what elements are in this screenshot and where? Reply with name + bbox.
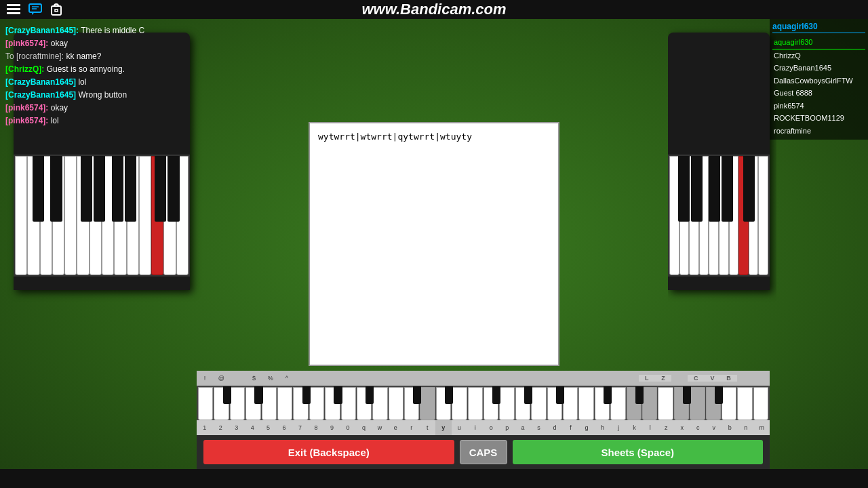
key-label: p: [499, 420, 515, 435]
key-label: V: [704, 375, 720, 382]
chat-message: lol: [51, 116, 59, 125]
piano-key[interactable]: [230, 387, 245, 420]
piano-key[interactable]: [198, 387, 213, 420]
control-bar: Exit (Backspace) CAPS Sheets (Space): [197, 435, 770, 469]
key-label: Z: [655, 375, 671, 382]
svg-rect-0: [7, 4, 20, 6]
key-label: 0: [340, 420, 355, 435]
piano-key[interactable]: [404, 387, 419, 420]
chat-message: Guest is so annyoing.: [47, 64, 125, 74]
piano-key[interactable]: [325, 387, 340, 420]
chat-username: [ChrizzQ]:: [5, 64, 44, 74]
chat-username: [CrazyBanan1645]:: [5, 26, 79, 35]
piano-key[interactable]: [452, 387, 467, 420]
svg-rect-2: [7, 12, 20, 14]
piano-key[interactable]: [595, 387, 610, 420]
piano-key[interactable]: [658, 387, 673, 420]
piano-key[interactable]: [737, 387, 752, 420]
chat-message: lol: [78, 77, 86, 87]
piano-key[interactable]: [357, 387, 372, 420]
chat-message: kk name?: [66, 52, 101, 61]
caps-button[interactable]: CAPS: [460, 440, 507, 464]
piano-key[interactable]: [468, 387, 483, 420]
piano-key[interactable]: [484, 387, 498, 420]
piano-key[interactable]: [706, 387, 721, 420]
key-label: 3: [229, 420, 244, 435]
piano-key[interactable]: [389, 387, 403, 420]
chat-message: okay: [51, 39, 68, 48]
key-label: 8: [308, 420, 323, 435]
list-item: pink6574: [772, 100, 865, 113]
piano-key[interactable]: [262, 387, 277, 420]
players-header: aquagirl630: [772, 22, 865, 33]
key-label: m: [753, 420, 769, 435]
key-label: i: [467, 420, 483, 435]
piano-key[interactable]: [753, 387, 768, 420]
key-label: v: [706, 420, 722, 435]
piano-key[interactable]: [674, 387, 689, 420]
key-label: q: [356, 420, 372, 435]
key-label: g: [578, 420, 594, 435]
piano-key[interactable]: [610, 387, 625, 420]
piano-key[interactable]: [293, 387, 308, 420]
svg-rect-8: [55, 9, 58, 12]
chat-message: okay: [51, 103, 68, 113]
list-item: DallasCowboysGirlFTW: [772, 75, 865, 87]
piano-key[interactable]: [245, 387, 260, 420]
players-panel: aquagirl630 aquagirl630 ChrizzQ CrazyBan…: [770, 19, 868, 140]
hamburger-icon[interactable]: [7, 4, 20, 15]
key-label: a: [515, 420, 530, 435]
backpack-icon[interactable]: [50, 3, 62, 16]
key-label: t: [420, 420, 435, 435]
piano-key[interactable]: [690, 387, 705, 420]
piano-key[interactable]: [627, 387, 642, 420]
key-label: k: [627, 420, 642, 435]
chat-username: [CrazyBanan1645]: [5, 90, 76, 100]
piano-key[interactable]: [341, 387, 356, 420]
piano-key[interactable]: [531, 387, 546, 420]
piano-key[interactable]: [578, 387, 593, 420]
key-label: @: [213, 375, 229, 382]
special-key-labels-row: ! @ $ % ^ L Z C V B: [197, 371, 770, 386]
chat-line: [pink6574]: lol: [5, 115, 191, 127]
exit-button[interactable]: Exit (Backspace): [203, 440, 454, 464]
key-label: l: [642, 420, 658, 435]
piano-key[interactable]: [372, 387, 387, 420]
piano-key[interactable]: [499, 387, 514, 420]
key-letter-labels-row: 1234567890qwertyuiopasdfghjklzxcvbnm: [197, 420, 770, 435]
chat-username: To [rocraftmine]:: [5, 52, 64, 61]
key-label: c: [690, 420, 706, 435]
key-label: 9: [324, 420, 340, 435]
chat-line: [ChrizzQ]: Guest is so annyoing.: [5, 63, 191, 75]
piano-key[interactable]: [277, 387, 292, 420]
piano-key[interactable]: [420, 387, 435, 420]
sheets-button[interactable]: Sheets (Space): [513, 440, 764, 464]
key-label: r: [403, 420, 419, 435]
chat-icon[interactable]: [28, 3, 42, 16]
piano-key[interactable]: [214, 387, 229, 420]
key-label: d: [547, 420, 562, 435]
piano-key[interactable]: [547, 387, 562, 420]
chat-line: [CrazyBanan1645] lol: [5, 76, 191, 88]
key-label: x: [674, 420, 690, 435]
list-item: CrazyBanan1645: [772, 62, 865, 75]
key-label: j: [610, 420, 626, 435]
piano-key[interactable]: [309, 387, 324, 420]
chat-username: [CrazyBanan1645]: [5, 77, 76, 87]
chat-line: To [rocraftmine]: kk name?: [5, 50, 191, 62]
piano-key[interactable]: [642, 387, 657, 420]
chat-line: [CrazyBanan1645] Wrong button: [5, 89, 191, 101]
piano-key[interactable]: [722, 387, 736, 420]
piano-key[interactable]: [436, 387, 451, 420]
top-left-icons: [0, 0, 62, 19]
piano-key[interactable]: [515, 387, 530, 420]
key-label: 6: [276, 420, 292, 435]
key-label: 1: [197, 420, 212, 435]
key-label: ^: [279, 375, 295, 382]
key-label: o: [483, 420, 498, 435]
key-label: L: [639, 375, 655, 382]
chat-area: [CrazyBanan1645]: There is middle C [pin…: [0, 19, 197, 469]
key-label: %: [262, 375, 279, 382]
svg-rect-1: [7, 8, 20, 10]
piano-key[interactable]: [563, 387, 578, 420]
